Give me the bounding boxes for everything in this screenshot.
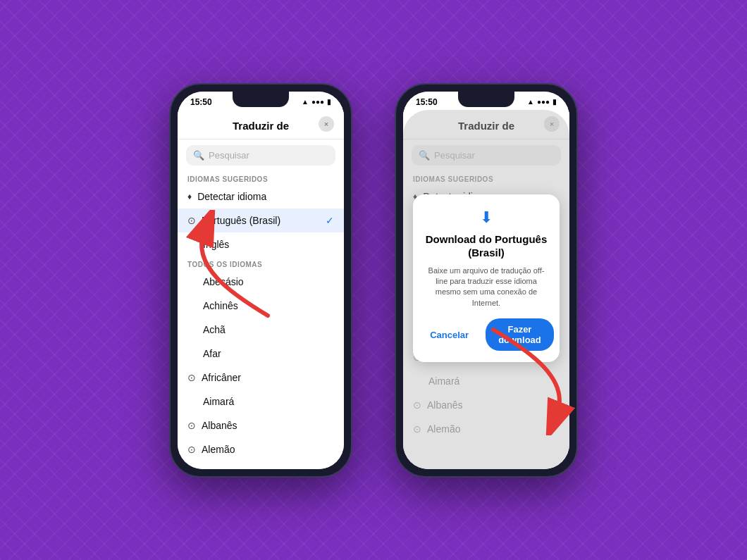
lang-item-detect-1[interactable]: ♦ Detectar idioma <box>178 185 344 209</box>
lang-item-en-1[interactable]: Inglês <box>178 232 344 256</box>
phone1-wrapper: 15:50 ▲ ●●● ▮ Traduzir de × <box>169 83 352 478</box>
lang-item-alb[interactable]: ⊙ Albanês <box>178 413 344 437</box>
pt-label-1: Português (Brasil) <box>202 215 280 226</box>
wifi-icon-2: ▲ <box>527 98 534 106</box>
phone1: 15:50 ▲ ●●● ▮ Traduzir de × <box>169 83 352 478</box>
wifi-icon: ▲ <box>302 98 309 106</box>
search-icon-1: 🔍 <box>193 150 204 161</box>
aim-label: Aimará <box>187 396 234 407</box>
ab-label: Abecásio <box>187 276 244 287</box>
acha-label: Achã <box>187 324 226 335</box>
search-placeholder-1: Pesquisar <box>209 150 249 161</box>
modal1-header: Traduzir de × <box>178 110 344 139</box>
time-2: 15:50 <box>416 97 438 107</box>
notch1 <box>233 92 289 107</box>
lang-item-deu[interactable]: ⊙ Alemão <box>178 437 344 461</box>
section-all-1: TODOS OS IDIOMAS <box>178 256 344 270</box>
lang-item-aim[interactable]: Aimará <box>178 390 344 413</box>
lang-list-1: IDIOMAS SUGERIDOS ♦ Detectar idioma ⊙ Po… <box>178 171 344 469</box>
status-icons-2: ▲ ●●● ▮ <box>527 98 557 106</box>
status-icons-1: ▲ ●●● ▮ <box>302 98 331 106</box>
deu-label: Alemão <box>202 444 235 455</box>
download-dialog-desc: Baixe um arquivo de tradução off-line pa… <box>424 266 548 309</box>
afr-label: Africâner <box>202 372 241 383</box>
phones-wrapper: 15:50 ▲ ●●● ▮ Traduzir de × <box>169 83 578 478</box>
phone2-screen: 15:50 ▲ ●●● ▮ Traduzir de × <box>403 92 569 469</box>
check-icon-1: ✓ <box>326 215 334 226</box>
signal-icon-2: ●●● <box>537 98 550 106</box>
section-suggested-1: IDIOMAS SUGERIDOS <box>178 171 344 185</box>
afr-dl-icon: ⊙ <box>187 372 196 383</box>
signal-icon: ●●● <box>311 98 324 106</box>
afar-label: Afar <box>187 348 221 359</box>
lang-item-ab[interactable]: Abecásio <box>178 270 344 294</box>
phone2-wrapper: 15:50 ▲ ●●● ▮ Traduzir de × <box>395 83 578 478</box>
notch2 <box>458 92 514 107</box>
phone1-screen: 15:50 ▲ ●●● ▮ Traduzir de × <box>178 92 344 469</box>
lang-item-afr[interactable]: ⊙ Africâner <box>178 366 344 390</box>
ach-label: Achinês <box>187 300 238 311</box>
en-label-1: Inglês <box>187 239 229 250</box>
detect-icon-1: ♦ <box>187 192 192 201</box>
search-bar-1[interactable]: 🔍 Pesquisar <box>186 145 335 166</box>
pt-icon-1: ⊙ <box>187 215 196 226</box>
alb-label: Albanês <box>202 420 237 431</box>
download-dialog-buttons: Cancelar Fazer download <box>424 318 548 351</box>
lang-item-acha[interactable]: Achã <box>178 318 344 342</box>
alb-dl-icon: ⊙ <box>187 420 196 431</box>
download-button[interactable]: Fazer download <box>486 318 554 351</box>
close-icon-1: × <box>324 120 328 128</box>
download-dialog-title: Download do Português (Brasil) <box>424 232 548 260</box>
time-1: 15:50 <box>190 97 212 107</box>
lang-item-ach[interactable]: Achinês <box>178 294 344 318</box>
modal1-title: Traduzir de <box>233 120 289 132</box>
modal1: Traduzir de × 🔍 Pesquisar IDIOMAS SUGERI… <box>178 110 344 469</box>
modal2: Traduzir de × 🔍 Pesquisar IDIOMAS SUGERI… <box>403 110 569 469</box>
battery-icon-2: ▮ <box>552 98 557 106</box>
download-dialog-icon: ⬇ <box>424 209 548 227</box>
cancel-button[interactable]: Cancelar <box>419 318 480 351</box>
deu-dl-icon: ⊙ <box>187 444 196 455</box>
lang-item-afar[interactable]: Afar <box>178 342 344 366</box>
detect-label-1: Detectar idioma <box>197 191 266 202</box>
phone2: 15:50 ▲ ●●● ▮ Traduzir de × <box>395 83 578 478</box>
download-dialog: ⬇ Download do Português (Brasil) Baixe u… <box>413 194 560 363</box>
close-btn-1[interactable]: × <box>319 116 334 132</box>
battery-icon: ▮ <box>327 98 331 106</box>
lang-item-pt-1[interactable]: ⊙ Português (Brasil) ✓ <box>178 209 344 232</box>
